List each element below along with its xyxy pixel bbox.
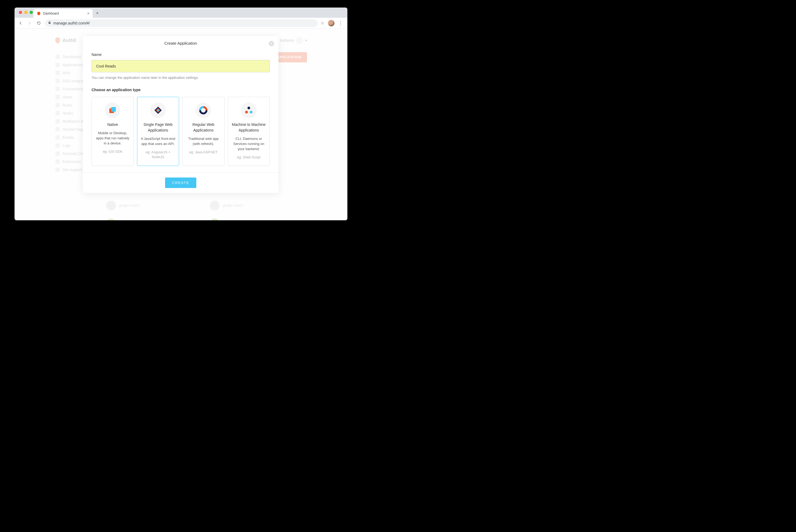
create-button[interactable]: CREATE bbox=[165, 177, 196, 188]
profile-avatar[interactable] bbox=[328, 20, 334, 26]
window-minimize-button[interactable] bbox=[24, 11, 28, 14]
modal-close-button[interactable]: ✕ bbox=[269, 41, 274, 46]
type-label: Choose an application type bbox=[92, 88, 270, 92]
lock-icon bbox=[48, 21, 51, 25]
type-desc: A JavaScript front-end app that uses an … bbox=[141, 136, 176, 147]
spa-icon bbox=[150, 102, 166, 118]
name-label: Name bbox=[92, 53, 270, 57]
app-type-regular-web[interactable]: Regular Web Applications Traditional web… bbox=[182, 97, 224, 166]
svg-point-8 bbox=[250, 111, 252, 114]
type-desc: Traditional web app (with refresh). bbox=[186, 136, 221, 147]
type-title: Native bbox=[95, 122, 130, 128]
modal-title: Create Application bbox=[164, 41, 197, 45]
app-type-native[interactable]: Native Mobile or Desktop, apps that run … bbox=[92, 97, 134, 166]
modal-body: Name You can change the application name… bbox=[83, 53, 278, 172]
app-type-spa[interactable]: Single Page Web Applications A JavaScrip… bbox=[137, 97, 179, 166]
regular-web-icon bbox=[196, 102, 211, 118]
name-help-text: You can change the application name late… bbox=[92, 76, 270, 80]
nav-reload-button[interactable] bbox=[36, 20, 42, 26]
tab-close-icon[interactable]: × bbox=[87, 11, 89, 16]
address-bar: manage.auth0.com/#/ ☆ ⋮ bbox=[15, 18, 347, 28]
native-icon bbox=[105, 102, 120, 118]
nav-back-button[interactable] bbox=[17, 20, 24, 26]
create-application-modal: Create Application ✕ Name You can change… bbox=[83, 36, 278, 193]
address-actions: ☆ ⋮ bbox=[321, 20, 343, 26]
browser-menu-icon[interactable]: ⋮ bbox=[338, 20, 343, 26]
nav-forward-button[interactable] bbox=[26, 20, 33, 26]
url-text: manage.auth0.com/#/ bbox=[53, 21, 90, 25]
type-example: eg: iOS SDK bbox=[95, 149, 130, 154]
svg-point-6 bbox=[248, 107, 250, 109]
bookmark-star-icon[interactable]: ☆ bbox=[321, 20, 324, 25]
window-close-button[interactable] bbox=[19, 11, 22, 14]
type-desc: Mobile or Desktop, apps that run nativel… bbox=[95, 131, 130, 146]
browser-tab[interactable]: Dashboard × bbox=[33, 9, 93, 18]
type-desc: CLI, Daemons or Services running on your… bbox=[231, 136, 267, 152]
modal-footer: CREATE bbox=[83, 172, 278, 193]
tab-title: Dashboard bbox=[43, 12, 85, 15]
page-content: Auth0 kabiyesi ▾ Dashboard Applications … bbox=[15, 28, 347, 220]
application-name-input[interactable] bbox=[92, 60, 270, 72]
m2m-icon bbox=[241, 102, 257, 118]
tab-bar: Dashboard × + bbox=[15, 7, 347, 18]
app-type-m2m[interactable]: Machine to Machine Applications CLI, Dae… bbox=[228, 97, 270, 166]
type-title: Machine to Machine Applications bbox=[231, 122, 267, 133]
type-example: eg: Java ASP.NET bbox=[186, 150, 221, 155]
type-example: eg: AngularJS + NodeJS bbox=[141, 150, 176, 159]
app-type-grid: Native Mobile or Desktop, apps that run … bbox=[92, 97, 270, 166]
auth0-favicon-icon bbox=[37, 11, 41, 16]
window-maximize-button[interactable] bbox=[30, 11, 33, 14]
close-icon: ✕ bbox=[270, 42, 273, 45]
type-title: Regular Web Applications bbox=[186, 122, 221, 133]
type-title: Single Page Web Applications bbox=[141, 122, 176, 133]
url-field[interactable]: manage.auth0.com/#/ bbox=[45, 19, 318, 27]
modal-header: Create Application ✕ bbox=[83, 36, 278, 50]
window-controls bbox=[19, 11, 33, 14]
browser-window: Dashboard × + manage.auth0.com/#/ ☆ ⋮ bbox=[15, 7, 347, 220]
type-example: eg: Shell Script bbox=[231, 155, 267, 160]
svg-rect-1 bbox=[111, 107, 116, 112]
svg-point-7 bbox=[245, 111, 248, 114]
new-tab-button[interactable]: + bbox=[96, 11, 99, 16]
